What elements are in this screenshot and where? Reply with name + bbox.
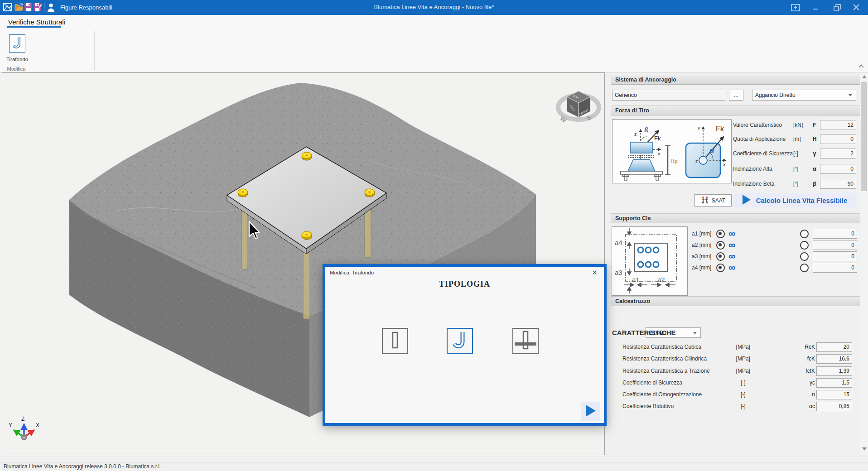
dim-a1-label: a1 bbox=[632, 276, 640, 284]
a4-value-input[interactable] bbox=[813, 263, 857, 273]
dialog-title: Modifica: Tirafondo bbox=[330, 270, 374, 275]
diagram-fk-top-label: Fk bbox=[716, 125, 724, 133]
force-row: Coefficiente di Sicurezza [-] γ bbox=[733, 148, 856, 159]
char-row: Coefficiente di Omogenizzazione [-] n bbox=[622, 389, 852, 399]
dialog-heading: TIPOLOGIA bbox=[325, 279, 604, 289]
minimize-button[interactable] bbox=[812, 5, 819, 13]
ribbon-pin-icon[interactable] bbox=[791, 4, 800, 13]
axis-x-label: X bbox=[36, 422, 39, 428]
a1-value-radio[interactable] bbox=[800, 230, 809, 238]
dialog-close-icon[interactable]: ✕ bbox=[592, 269, 598, 277]
tirafondo-button[interactable] bbox=[9, 34, 25, 53]
diagram-z-label: z bbox=[634, 131, 637, 137]
inclinazione-alfa-input[interactable] bbox=[820, 164, 856, 174]
scrollbar-up-arrow[interactable] bbox=[862, 75, 867, 78]
valore-caratteristico-input[interactable] bbox=[820, 120, 856, 130]
tab-underline bbox=[7, 26, 61, 28]
tab-verifiche-strutturali[interactable]: Verifiche Strutturali bbox=[8, 18, 65, 26]
char-row: Resistenza Caratteristica Cilindrica [MP… bbox=[622, 354, 852, 364]
char-row-unit: [-] bbox=[734, 391, 752, 398]
char-row-unit: [-] bbox=[734, 403, 752, 409]
next-arrow-icon bbox=[586, 405, 596, 418]
saat-icon bbox=[701, 196, 709, 205]
coeff-sicurezza-input[interactable] bbox=[820, 149, 856, 159]
support-value-group bbox=[800, 228, 857, 239]
support-value-group bbox=[800, 262, 857, 273]
scrollbar-down-arrow[interactable] bbox=[862, 447, 867, 451]
a3-value-radio[interactable] bbox=[800, 252, 809, 261]
dim-a4-label: a4 bbox=[615, 239, 622, 246]
diagram-x-top-label: x bbox=[723, 162, 726, 167]
a1-value-input[interactable] bbox=[813, 229, 857, 239]
force-row-unit: [m] bbox=[793, 136, 809, 142]
char-row-symbol: RcK bbox=[752, 344, 816, 350]
a2-infinity-radio[interactable] bbox=[716, 241, 725, 250]
ribbon: Verifiche Strutturali Tirafondo Modifica bbox=[0, 15, 868, 72]
diagram-beta-label: ß bbox=[644, 126, 648, 134]
calcolo-linea-vita-button[interactable]: Calcolo Linea Vita Flessibile bbox=[733, 193, 856, 207]
diagram-x-side-label: x bbox=[658, 151, 661, 156]
tipologia-plate-button[interactable] bbox=[512, 328, 539, 354]
inclinazione-beta-input[interactable] bbox=[820, 179, 856, 189]
alpha-c-input[interactable] bbox=[816, 402, 852, 411]
char-row-symbol: n bbox=[752, 391, 816, 398]
support-row-label: a2 [mm] bbox=[692, 242, 713, 248]
a1-infinity-radio[interactable] bbox=[716, 230, 725, 238]
support-row-label: a3 [mm] bbox=[692, 253, 713, 260]
dialog-next-button[interactable] bbox=[581, 402, 600, 421]
dim-a3-label: a3 bbox=[615, 269, 622, 276]
force-row-label: Quota di Applicazione bbox=[733, 136, 793, 142]
aggancio-combo-value: Aggancio Diretto bbox=[755, 92, 796, 98]
a2-value-input[interactable] bbox=[813, 240, 857, 250]
a4-value-radio[interactable] bbox=[800, 264, 809, 272]
play-icon bbox=[743, 195, 751, 207]
tirafondo-button-label: Tirafondo bbox=[1, 57, 34, 62]
force-row: Inclinazione Beta [°] β bbox=[733, 178, 856, 189]
saat-button[interactable]: SAAT bbox=[694, 194, 732, 207]
restore-button[interactable] bbox=[834, 4, 841, 12]
fck-input[interactable] bbox=[816, 354, 852, 364]
navigation-cube[interactable]: W S TOP LEFT FRONT bbox=[558, 91, 599, 124]
char-row-symbol: αc bbox=[752, 403, 816, 409]
axis-y-label: Y bbox=[9, 422, 12, 428]
browse-button[interactable]: ... bbox=[729, 90, 743, 101]
modifica-tirafondo-dialog: Modifica: Tirafondo ✕ TIPOLOGIA bbox=[323, 264, 607, 426]
ribbon-group-modifica: Modifica bbox=[0, 66, 33, 72]
infinity-symbol: ∞ bbox=[728, 263, 736, 272]
scrollbar-thumb[interactable] bbox=[861, 82, 867, 191]
status-text: Blumatica Linee Vita e Ancoraggi release… bbox=[4, 463, 161, 470]
aggancio-combo[interactable]: Aggancio Diretto bbox=[752, 90, 856, 101]
header-forza-di-tiro: Forza di Tiro bbox=[611, 106, 860, 115]
window-title: Blumatica Linee Vita e Ancoraggi - Nuovo… bbox=[0, 4, 868, 10]
ribbon-collapse-chevron-icon[interactable] bbox=[859, 64, 863, 68]
a4-infinity-radio[interactable] bbox=[716, 264, 725, 272]
tipologia-j-button[interactable] bbox=[447, 328, 473, 354]
fctk-input[interactable] bbox=[816, 366, 852, 376]
close-window-button[interactable] bbox=[853, 4, 860, 12]
anchor-name-input[interactable] bbox=[612, 90, 725, 101]
char-row-symbol: fctK bbox=[752, 368, 816, 374]
header-calcestruzzo: Calcestruzzo bbox=[611, 296, 860, 306]
char-row-label: Resistenza Caratteristica Cubica bbox=[622, 344, 734, 350]
force-row-symbol: H bbox=[809, 136, 820, 142]
char-row-symbol: γc bbox=[752, 380, 816, 386]
force-row-unit: [°] bbox=[793, 181, 809, 187]
a2-value-radio[interactable] bbox=[800, 241, 809, 250]
a3-infinity-radio[interactable] bbox=[716, 252, 725, 261]
quota-applicazione-input[interactable] bbox=[820, 134, 856, 144]
gamma-c-input[interactable] bbox=[816, 378, 852, 388]
char-row-unit: [-] bbox=[734, 380, 752, 386]
char-row-label: Coefficiente Riduttivo bbox=[622, 403, 734, 409]
char-row-label: Coefficiente di Omogenizzazione bbox=[622, 391, 734, 398]
tipologia-straight-button[interactable] bbox=[382, 328, 408, 354]
n-input[interactable] bbox=[816, 390, 852, 399]
force-row-unit: [-] bbox=[793, 150, 809, 157]
a3-value-input[interactable] bbox=[813, 251, 857, 261]
rck-input[interactable] bbox=[816, 342, 852, 352]
char-row-label: Resistenza Caratteristica Cilindrica bbox=[622, 356, 734, 362]
force-row-label: Inclinazione Alfa bbox=[733, 166, 793, 172]
infinity-symbol: ∞ bbox=[728, 229, 736, 238]
support-diagram: a4 a3 a1 a2 bbox=[612, 226, 688, 296]
char-row: Coefficiente di Sicurezza [-] γc bbox=[622, 378, 852, 388]
force-diagram: z Fk ß x Hp Y Fk x α z bbox=[612, 119, 732, 183]
